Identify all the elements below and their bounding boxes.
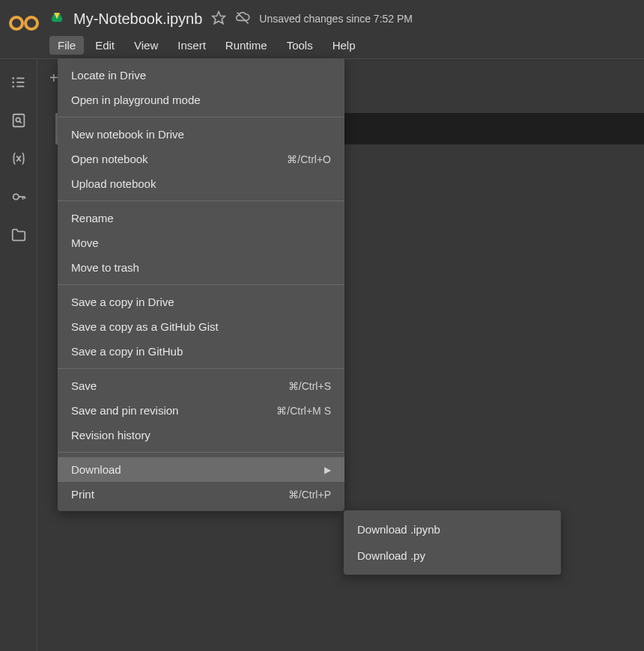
menu-divider: [58, 117, 344, 117]
title-row: My-Notebook.ipynb Unsaved changes since …: [49, 7, 635, 30]
menu-open-notebook[interactable]: Open notebook⌘/Ctrl+O: [58, 147, 344, 171]
menu-divider: [58, 452, 344, 453]
menu-locate-in-drive[interactable]: Locate in Drive: [58, 63, 344, 88]
svg-point-17: [13, 194, 18, 199]
star-icon[interactable]: [211, 10, 226, 28]
left-rail-bottom: [0, 560, 37, 638]
menu-save[interactable]: Save⌘/Ctrl+S: [58, 373, 344, 398]
menu-download[interactable]: Download▶: [58, 457, 344, 482]
notebook-title[interactable]: My-Notebook.ipynb: [73, 10, 202, 28]
menu-file[interactable]: File: [49, 36, 84, 55]
colab-logo[interactable]: [9, 13, 39, 33]
drive-icon: [49, 11, 64, 27]
menu-rename[interactable]: Rename: [58, 206, 344, 230]
menubar: File Edit View Insert Runtime Tools Help: [49, 36, 635, 55]
menu-save-copy-gist[interactable]: Save a copy as a GitHub Gist: [58, 314, 344, 339]
menu-help[interactable]: Help: [324, 36, 364, 55]
menu-tools[interactable]: Tools: [279, 36, 321, 55]
menu-save-copy-drive[interactable]: Save a copy in Drive: [58, 290, 344, 314]
menu-edit[interactable]: Edit: [87, 36, 123, 55]
menu-insert[interactable]: Insert: [169, 36, 214, 55]
svg-point-1: [25, 17, 37, 29]
menu-new-notebook[interactable]: New notebook in Drive: [58, 122, 344, 147]
add-cell-button[interactable]: +: [49, 70, 58, 87]
menu-save-pin-revision[interactable]: Save and pin revision⌘/Ctrl+M S: [58, 398, 344, 423]
svg-line-16: [19, 121, 21, 123]
header-main: My-Notebook.ipynb Unsaved changes since …: [49, 7, 635, 55]
menu-divider: [58, 284, 344, 285]
menu-upload-notebook[interactable]: Upload notebook: [58, 171, 344, 196]
file-menu-dropdown: Locate in Drive Open in playground mode …: [58, 58, 344, 511]
secrets-icon[interactable]: [10, 189, 27, 207]
menu-runtime[interactable]: Runtime: [217, 36, 276, 55]
menu-open-playground[interactable]: Open in playground mode: [58, 88, 344, 112]
menu-divider: [58, 368, 344, 369]
files-icon[interactable]: [10, 227, 27, 245]
find-replace-icon[interactable]: [10, 112, 27, 131]
menu-download-py[interactable]: Download .py: [344, 542, 561, 569]
unsaved-changes-text: Unsaved changes since 7:52 PM: [259, 13, 413, 25]
variables-icon[interactable]: [10, 150, 27, 169]
menu-download-ipynb[interactable]: Download .ipynb: [344, 516, 561, 542]
menu-view[interactable]: View: [126, 36, 166, 55]
menu-move[interactable]: Move: [58, 230, 344, 255]
cloud-off-icon[interactable]: [235, 10, 250, 28]
menu-revision-history[interactable]: Revision history: [58, 423, 344, 447]
menu-move-trash[interactable]: Move to trash: [58, 255, 344, 280]
submenu-arrow-icon: ▶: [324, 465, 331, 475]
menu-print[interactable]: Print⌘/Ctrl+P: [58, 482, 344, 507]
toc-icon[interactable]: [10, 74, 27, 93]
menu-save-copy-github[interactable]: Save a copy in GitHub: [58, 339, 344, 364]
svg-marker-6: [213, 11, 225, 23]
svg-rect-14: [13, 114, 24, 127]
download-submenu: Download .ipynb Download .py: [344, 510, 561, 575]
menu-divider: [58, 201, 344, 201]
svg-point-0: [10, 17, 22, 29]
header: My-Notebook.ipynb Unsaved changes since …: [0, 0, 644, 58]
